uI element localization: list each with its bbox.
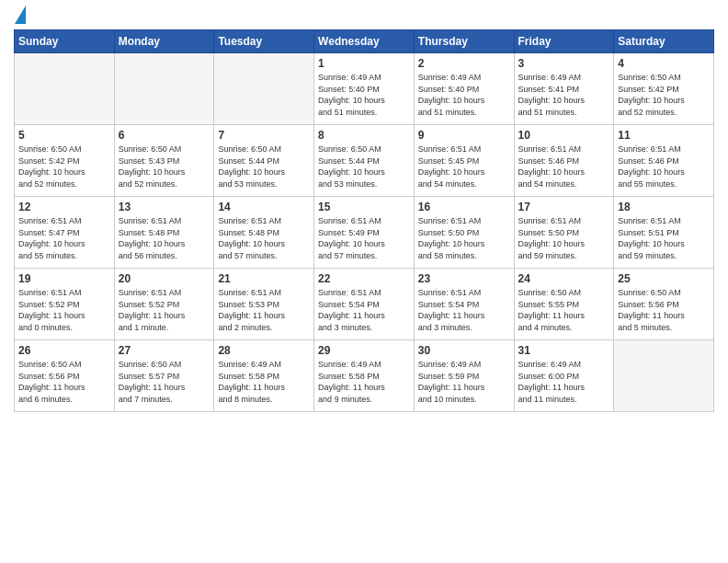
day-info: Sunrise: 6:51 AM Sunset: 5:54 PM Dayligh…	[318, 287, 410, 333]
week-row-2: 5Sunrise: 6:50 AM Sunset: 5:42 PM Daylig…	[15, 125, 714, 197]
col-header-wednesday: Wednesday	[314, 30, 415, 53]
calendar-cell: 30Sunrise: 6:49 AM Sunset: 5:59 PM Dayli…	[414, 340, 514, 412]
calendar-cell: 17Sunrise: 6:51 AM Sunset: 5:50 PM Dayli…	[514, 197, 614, 269]
day-number: 13	[119, 201, 210, 213]
day-number: 4	[618, 57, 710, 70]
logo-icon	[15, 6, 26, 24]
col-header-friday: Friday	[514, 30, 614, 53]
day-number: 19	[18, 272, 110, 285]
day-number: 6	[119, 129, 210, 142]
calendar-cell: 10Sunrise: 6:51 AM Sunset: 5:46 PM Dayli…	[514, 125, 614, 197]
calendar-cell: 29Sunrise: 6:49 AM Sunset: 5:58 PM Dayli…	[314, 340, 415, 412]
day-info: Sunrise: 6:51 AM Sunset: 5:50 PM Dayligh…	[418, 215, 510, 261]
day-number: 10	[518, 129, 610, 142]
day-number: 31	[518, 344, 610, 357]
col-header-tuesday: Tuesday	[214, 30, 314, 53]
calendar-cell: 12Sunrise: 6:51 AM Sunset: 5:47 PM Dayli…	[15, 197, 115, 269]
calendar-cell: 3Sunrise: 6:49 AM Sunset: 5:41 PM Daylig…	[514, 53, 614, 125]
day-number: 29	[318, 344, 410, 357]
day-number: 21	[218, 272, 310, 285]
logo	[14, 9, 26, 22]
calendar-cell: 2Sunrise: 6:49 AM Sunset: 5:40 PM Daylig…	[414, 53, 514, 125]
day-info: Sunrise: 6:51 AM Sunset: 5:48 PM Dayligh…	[119, 215, 210, 261]
day-number: 20	[119, 272, 210, 285]
day-info: Sunrise: 6:50 AM Sunset: 5:43 PM Dayligh…	[119, 144, 210, 190]
calendar-cell: 16Sunrise: 6:51 AM Sunset: 5:50 PM Dayli…	[414, 197, 514, 269]
col-header-monday: Monday	[114, 30, 214, 53]
day-number: 26	[18, 344, 110, 357]
day-number: 23	[418, 272, 510, 285]
day-number: 27	[119, 344, 210, 357]
calendar-cell: 18Sunrise: 6:51 AM Sunset: 5:51 PM Dayli…	[614, 197, 714, 269]
day-number: 28	[218, 344, 310, 357]
day-info: Sunrise: 6:50 AM Sunset: 5:44 PM Dayligh…	[218, 144, 310, 190]
calendar-cell: 25Sunrise: 6:50 AM Sunset: 5:56 PM Dayli…	[614, 269, 714, 340]
day-info: Sunrise: 6:49 AM Sunset: 5:41 PM Dayligh…	[518, 72, 610, 118]
calendar-cell	[614, 340, 714, 412]
calendar-cell: 11Sunrise: 6:51 AM Sunset: 5:46 PM Dayli…	[614, 125, 714, 197]
day-number: 9	[418, 129, 510, 142]
day-number: 18	[618, 201, 710, 213]
day-info: Sunrise: 6:51 AM Sunset: 5:53 PM Dayligh…	[218, 287, 310, 333]
calendar-cell: 15Sunrise: 6:51 AM Sunset: 5:49 PM Dayli…	[314, 197, 415, 269]
day-info: Sunrise: 6:51 AM Sunset: 5:50 PM Dayligh…	[518, 215, 610, 261]
day-number: 30	[418, 344, 510, 357]
calendar-cell: 8Sunrise: 6:50 AM Sunset: 5:44 PM Daylig…	[314, 125, 415, 197]
day-number: 14	[218, 201, 310, 213]
calendar-cell: 1Sunrise: 6:49 AM Sunset: 5:40 PM Daylig…	[314, 53, 415, 125]
day-info: Sunrise: 6:50 AM Sunset: 5:42 PM Dayligh…	[618, 72, 710, 118]
day-number: 24	[518, 272, 610, 285]
calendar-cell: 22Sunrise: 6:51 AM Sunset: 5:54 PM Dayli…	[314, 269, 415, 340]
day-info: Sunrise: 6:50 AM Sunset: 5:44 PM Dayligh…	[318, 144, 410, 190]
calendar-cell: 19Sunrise: 6:51 AM Sunset: 5:52 PM Dayli…	[15, 269, 115, 340]
calendar-cell: 6Sunrise: 6:50 AM Sunset: 5:43 PM Daylig…	[114, 125, 214, 197]
day-info: Sunrise: 6:49 AM Sunset: 5:59 PM Dayligh…	[418, 359, 510, 405]
day-number: 5	[18, 129, 110, 142]
calendar-cell: 7Sunrise: 6:50 AM Sunset: 5:44 PM Daylig…	[214, 125, 314, 197]
day-info: Sunrise: 6:51 AM Sunset: 5:49 PM Dayligh…	[318, 215, 410, 261]
day-info: Sunrise: 6:49 AM Sunset: 5:40 PM Dayligh…	[418, 72, 510, 118]
day-info: Sunrise: 6:50 AM Sunset: 5:56 PM Dayligh…	[618, 287, 710, 333]
day-info: Sunrise: 6:51 AM Sunset: 5:52 PM Dayligh…	[119, 287, 210, 333]
day-info: Sunrise: 6:49 AM Sunset: 5:58 PM Dayligh…	[318, 359, 410, 405]
calendar-cell: 4Sunrise: 6:50 AM Sunset: 5:42 PM Daylig…	[614, 53, 714, 125]
day-number: 2	[418, 57, 510, 70]
day-number: 8	[318, 129, 410, 142]
day-info: Sunrise: 6:49 AM Sunset: 5:58 PM Dayligh…	[218, 359, 310, 405]
day-info: Sunrise: 6:51 AM Sunset: 5:45 PM Dayligh…	[418, 144, 510, 190]
day-number: 22	[318, 272, 410, 285]
header	[14, 9, 714, 22]
calendar-cell: 13Sunrise: 6:51 AM Sunset: 5:48 PM Dayli…	[114, 197, 214, 269]
day-info: Sunrise: 6:51 AM Sunset: 5:51 PM Dayligh…	[618, 215, 710, 261]
calendar-cell: 5Sunrise: 6:50 AM Sunset: 5:42 PM Daylig…	[15, 125, 115, 197]
calendar-cell: 14Sunrise: 6:51 AM Sunset: 5:48 PM Dayli…	[214, 197, 314, 269]
calendar-cell	[114, 53, 214, 125]
day-number: 7	[218, 129, 310, 142]
col-header-sunday: Sunday	[15, 30, 115, 53]
week-row-5: 26Sunrise: 6:50 AM Sunset: 5:56 PM Dayli…	[15, 340, 714, 412]
calendar-cell	[214, 53, 314, 125]
day-number: 15	[318, 201, 410, 213]
day-info: Sunrise: 6:50 AM Sunset: 5:57 PM Dayligh…	[119, 359, 210, 405]
week-row-3: 12Sunrise: 6:51 AM Sunset: 5:47 PM Dayli…	[15, 197, 714, 269]
day-number: 25	[618, 272, 710, 285]
day-info: Sunrise: 6:50 AM Sunset: 5:56 PM Dayligh…	[18, 359, 110, 405]
day-number: 11	[618, 129, 710, 142]
day-info: Sunrise: 6:50 AM Sunset: 5:42 PM Dayligh…	[18, 144, 110, 190]
col-header-thursday: Thursday	[414, 30, 514, 53]
day-info: Sunrise: 6:51 AM Sunset: 5:46 PM Dayligh…	[618, 144, 710, 190]
day-number: 1	[318, 57, 410, 70]
day-info: Sunrise: 6:51 AM Sunset: 5:47 PM Dayligh…	[18, 215, 110, 261]
week-row-4: 19Sunrise: 6:51 AM Sunset: 5:52 PM Dayli…	[15, 269, 714, 340]
header-row: SundayMondayTuesdayWednesdayThursdayFrid…	[15, 30, 714, 53]
calendar-cell: 9Sunrise: 6:51 AM Sunset: 5:45 PM Daylig…	[414, 125, 514, 197]
week-row-1: 1Sunrise: 6:49 AM Sunset: 5:40 PM Daylig…	[15, 53, 714, 125]
day-info: Sunrise: 6:51 AM Sunset: 5:52 PM Dayligh…	[18, 287, 110, 333]
calendar-cell: 31Sunrise: 6:49 AM Sunset: 6:00 PM Dayli…	[514, 340, 614, 412]
day-number: 16	[418, 201, 510, 213]
calendar-cell: 21Sunrise: 6:51 AM Sunset: 5:53 PM Dayli…	[214, 269, 314, 340]
calendar-cell: 26Sunrise: 6:50 AM Sunset: 5:56 PM Dayli…	[15, 340, 115, 412]
calendar-cell	[15, 53, 115, 125]
day-info: Sunrise: 6:51 AM Sunset: 5:46 PM Dayligh…	[518, 144, 610, 190]
day-number: 17	[518, 201, 610, 213]
